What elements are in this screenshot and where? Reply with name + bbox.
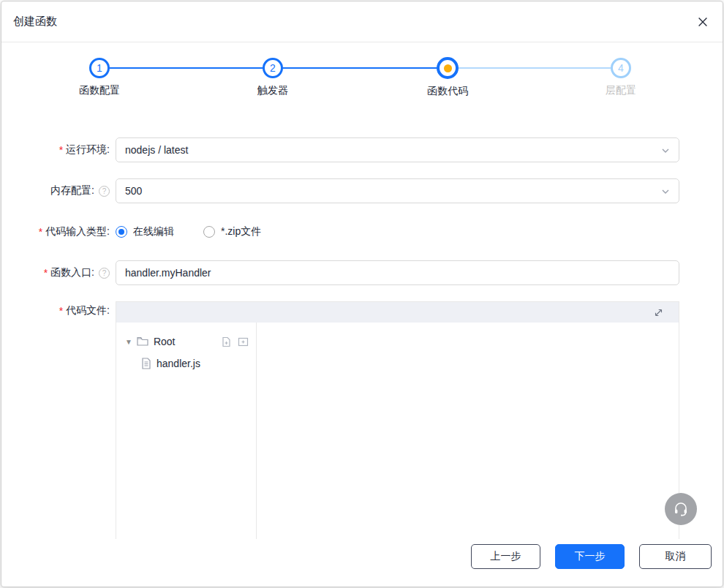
tree-file-label: handler.js — [157, 358, 200, 369]
folder-icon — [137, 336, 148, 347]
code-file-label: * 代码文件: — [1, 304, 110, 317]
step-1-label: 函数配置 — [41, 84, 158, 97]
step-2-label: 触发器 — [214, 84, 331, 97]
memory-row: 内存配置: ? 500 — [1, 178, 723, 203]
caret-down-icon[interactable]: ▼ — [125, 338, 132, 346]
step-3-circle — [437, 57, 459, 79]
tree-root-row[interactable]: ▼ Root — [125, 336, 249, 347]
code-file-row: * 代码文件: ▼ — [1, 301, 723, 539]
radio-button — [116, 226, 127, 238]
tree-root-label: Root — [154, 336, 176, 347]
add-folder-icon[interactable] — [238, 336, 249, 347]
runtime-label: * 运行环境: — [1, 143, 110, 157]
step-2[interactable]: 2 触发器 — [214, 42, 331, 97]
memory-select[interactable]: 500 — [116, 178, 679, 203]
file-icon — [141, 358, 151, 369]
file-tree: ▼ Root — [116, 323, 257, 539]
step-3-label: 函数代码 — [389, 85, 506, 98]
chevron-down-icon — [661, 146, 670, 155]
form: * 运行环境: nodejs / latest 内存配置: ? 500 — [1, 137, 723, 539]
editor-toolbar — [116, 302, 679, 323]
step-1[interactable]: 1 函数配置 — [41, 42, 158, 97]
current-step-dot — [444, 64, 452, 72]
handler-row: * 函数入口: ? handler.myHandler — [1, 260, 723, 285]
expand-icon[interactable] — [653, 307, 664, 318]
handler-input[interactable]: handler.myHandler — [116, 260, 679, 285]
required-mark: * — [39, 226, 42, 238]
step-2-circle: 2 — [263, 58, 283, 78]
previous-button[interactable]: 上一步 — [471, 544, 540, 569]
step-4-label: 层配置 — [562, 84, 679, 97]
help-icon[interactable]: ? — [99, 186, 110, 197]
required-mark: * — [59, 305, 63, 317]
code-editor: ▼ Root — [116, 301, 679, 539]
runtime-row: * 运行环境: nodejs / latest — [1, 137, 723, 162]
handler-label: * 函数入口: ? — [1, 266, 110, 279]
code-input-type-label: * 代码输入类型: — [1, 225, 110, 238]
step-1-circle: 1 — [89, 58, 110, 78]
close-icon[interactable] — [696, 15, 709, 29]
runtime-select[interactable]: nodejs / latest — [116, 137, 679, 162]
dialog-header: 创建函数 — [1, 1, 723, 42]
handler-value: handler.myHandler — [125, 267, 211, 279]
cancel-button[interactable]: 取消 — [639, 544, 712, 569]
help-icon[interactable]: ? — [99, 268, 110, 279]
create-function-dialog: 创建函数 1 函数配置 2 触发器 函数代码 4 层配置 * 运行环境: — [1, 1, 723, 587]
runtime-value: nodejs / latest — [125, 144, 188, 156]
step-3[interactable]: 函数代码 — [389, 42, 506, 98]
stepper: 1 函数配置 2 触发器 函数代码 4 层配置 — [1, 42, 723, 111]
next-button[interactable]: 下一步 — [555, 544, 625, 569]
chevron-down-icon — [661, 187, 670, 196]
memory-label: 内存配置: ? — [1, 184, 110, 197]
radio-zip-file[interactable]: *.zip文件 — [203, 225, 261, 238]
headset-icon — [672, 500, 690, 518]
radio-button — [203, 226, 215, 238]
required-mark: * — [59, 144, 63, 156]
code-input-type-row: * 代码输入类型: 在线编辑 *.zip文件 — [1, 219, 723, 244]
step-4-circle: 4 — [611, 58, 631, 78]
add-file-icon[interactable] — [221, 336, 232, 347]
dialog-title: 创建函数 — [13, 15, 57, 29]
step-4[interactable]: 4 层配置 — [562, 42, 679, 97]
tree-file-row[interactable]: handler.js — [141, 358, 249, 369]
footer: 上一步 下一步 取消 — [471, 544, 712, 569]
memory-value: 500 — [125, 185, 142, 197]
support-fab[interactable] — [665, 493, 697, 525]
required-mark: * — [44, 267, 48, 279]
radio-online-edit[interactable]: 在线编辑 — [116, 225, 174, 238]
